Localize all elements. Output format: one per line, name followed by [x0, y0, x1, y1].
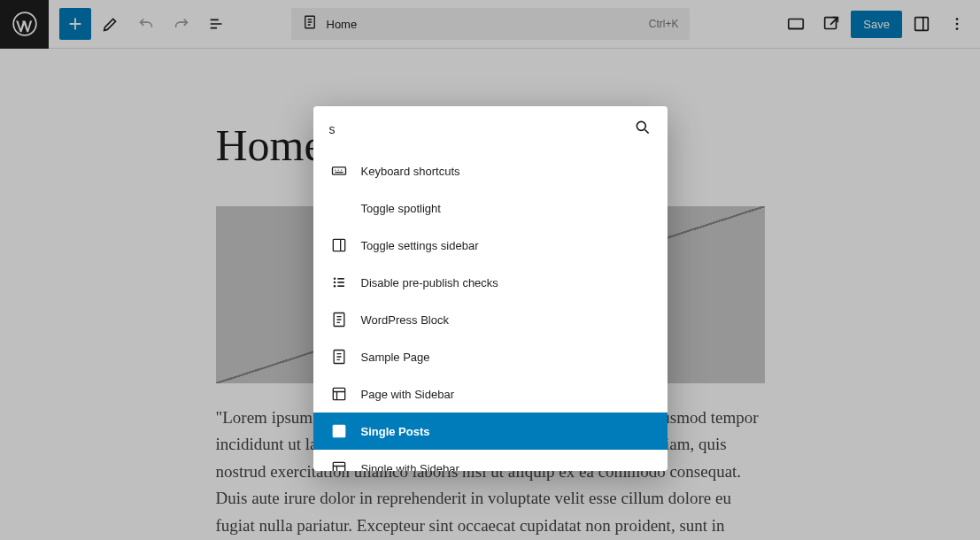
command-item[interactable]: Sample Page [313, 338, 667, 375]
command-search-input[interactable] [329, 122, 625, 136]
svg-rect-10 [333, 239, 344, 251]
search-icon [634, 119, 652, 140]
svg-rect-20 [333, 425, 344, 436]
command-item[interactable]: Keyboard shortcuts [313, 152, 667, 189]
svg-rect-19 [333, 388, 344, 399]
command-item-label: Page with Sidebar [361, 388, 455, 401]
command-item[interactable]: Single Posts [313, 413, 667, 450]
svg-rect-21 [333, 462, 344, 471]
svg-point-13 [333, 285, 336, 288]
layout-icon [329, 459, 349, 471]
page-icon [329, 347, 349, 366]
page-icon [329, 310, 349, 329]
layout-icon [329, 421, 349, 441]
command-item-label: Single with Sidebar [361, 462, 459, 472]
keyboard-icon [329, 161, 349, 181]
sidebar-icon [329, 235, 349, 255]
svg-rect-9 [332, 167, 345, 174]
command-item[interactable]: WordPress Block [313, 301, 667, 338]
command-item[interactable]: Page with Sidebar [313, 375, 667, 413]
svg-point-12 [333, 282, 336, 284]
command-item-label: Sample Page [361, 351, 430, 364]
command-item-label: Single Posts [361, 425, 430, 438]
command-item-label: Keyboard shortcuts [361, 165, 460, 178]
command-item[interactable]: Toggle settings sidebar [313, 227, 667, 264]
layout-icon [329, 384, 349, 404]
command-item[interactable]: Toggle spotlight [313, 189, 667, 227]
command-search-row [313, 106, 667, 152]
command-item-label: WordPress Block [361, 313, 449, 327]
command-item-label: Toggle spotlight [361, 202, 441, 215]
svg-point-11 [333, 278, 336, 281]
command-item[interactable]: Disable pre-publish checks [313, 264, 667, 301]
svg-point-8 [637, 121, 645, 130]
command-item-label: Disable pre-publish checks [361, 276, 498, 289]
command-palette: Keyboard shortcutsToggle spotlightToggle… [313, 106, 667, 471]
command-item[interactable]: Single with Sidebar [313, 450, 667, 471]
checklist-icon [329, 273, 349, 292]
svg-rect-15 [337, 282, 344, 283]
command-item-label: Toggle settings sidebar [361, 239, 479, 252]
blank-icon [329, 198, 349, 218]
svg-rect-16 [337, 285, 344, 287]
command-list[interactable]: Keyboard shortcutsToggle spotlightToggle… [313, 152, 667, 471]
svg-rect-14 [337, 278, 344, 280]
